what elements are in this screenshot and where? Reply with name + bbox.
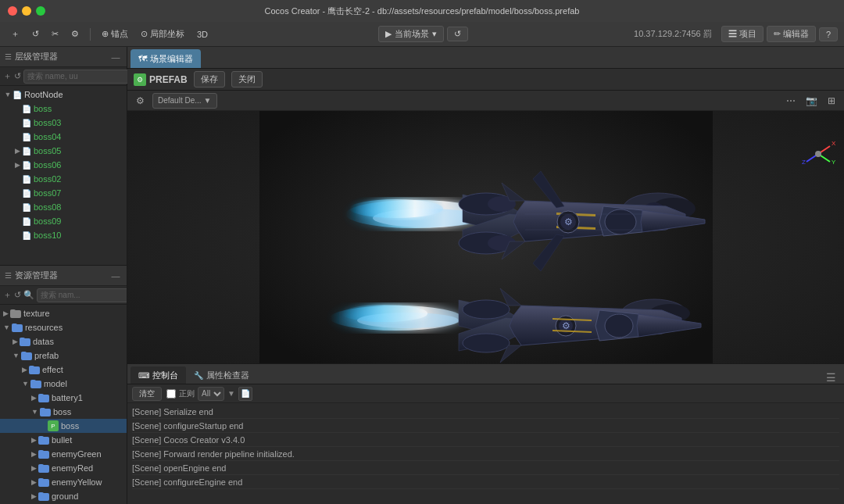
boss-arrow-spacer [13, 104, 22, 113]
project-btn[interactable]: ☰ 项目 [721, 26, 764, 42]
console-clear-btn[interactable]: 清空 [132, 387, 162, 401]
hierarchy-add-icon[interactable]: ＋ [3, 70, 12, 82]
resource-search-icon[interactable]: 🔍 [23, 290, 34, 300]
hierarchy-collapse-btn[interactable]: — [109, 51, 122, 63]
boss06-icon: 📄 [22, 161, 31, 170]
resource-search-input[interactable] [37, 288, 127, 302]
toolbar-refresh-btn[interactable]: ↺ [27, 26, 44, 43]
svg-rect-17 [38, 436, 44, 439]
resource-refresh-icon[interactable]: ↺ [14, 290, 21, 300]
svg-rect-11 [30, 380, 36, 383]
svg-point-49 [605, 209, 636, 234]
prefab-close-btn[interactable]: 关闭 [231, 71, 263, 88]
scene-tab-icon: 🗺 [138, 54, 147, 63]
tree-item-boss06[interactable]: ▶ 📄 boss06 [0, 158, 127, 172]
res-item-enemygreen[interactable]: ▶ enemyGreen [0, 447, 127, 461]
scene-settings-btn[interactable]: ⚙ [132, 93, 148, 109]
res-item-texture-root[interactable]: ▶ texture [0, 306, 127, 320]
resource-collapse-btn[interactable]: — [109, 270, 122, 282]
anchor-btn[interactable]: ⊕ 锚点 [97, 26, 133, 43]
toolbar-cut-btn[interactable]: ✂ [47, 26, 63, 43]
help-btn[interactable]: ? [819, 27, 838, 41]
res-item-bullet[interactable]: ▶ bullet [0, 433, 127, 447]
resource-add-icon[interactable]: ＋ [3, 289, 12, 301]
svg-point-65 [463, 334, 510, 352]
refresh-scene-btn[interactable]: ↺ [447, 27, 468, 41]
res-item-enemyred[interactable]: ▶ enemyRed [0, 461, 127, 475]
console-line-0: [Scene] Serialize end [132, 405, 839, 419]
resource-panel: ☰ 资源管理器 — ＋ ↺ 🔍 ⊞ ↺ ▶ texture [0, 266, 127, 504]
boss08-icon: 📄 [22, 203, 31, 212]
tree-item-boss04[interactable]: 📄 boss04 [0, 130, 127, 144]
hierarchy-header: ☰ 层级管理器 — [0, 47, 127, 67]
hierarchy-search-input[interactable] [23, 70, 131, 84]
rootnode-label: RootNode [24, 90, 63, 99]
toolbar-add-btn[interactable]: ＋ [6, 26, 24, 43]
hierarchy-search-bar: ＋ ↺ ⊞ ↺ [0, 67, 127, 86]
console-regex-checkbox[interactable] [166, 389, 176, 399]
scene-gizmo: X Y Z [799, 134, 838, 173]
editor-btn[interactable]: ✏ 编辑器 [767, 26, 816, 42]
svg-text:⚙: ⚙ [561, 320, 570, 331]
console-filter-expand[interactable]: ▼ [227, 389, 235, 398]
inspector-tab-label: 属性检查器 [206, 370, 249, 381]
boss05-arrow: ▶ [13, 146, 22, 155]
close-traffic-light[interactable] [8, 6, 17, 16]
tree-item-boss07[interactable]: 📄 boss07 [0, 186, 127, 200]
toolbar-settings-btn[interactable]: ⚙ [66, 26, 84, 43]
play-btn[interactable]: ▶ 当前场景 ▾ [378, 26, 444, 42]
boss06-label: boss06 [34, 160, 61, 170]
hierarchy-panel: ☰ 层级管理器 — ＋ ↺ ⊞ ↺ ▼ 📄 RootNode [0, 47, 127, 266]
boss10-icon: 📄 [22, 231, 31, 240]
boss06-arrow: ▶ [13, 160, 22, 170]
tab-scene-editor[interactable]: 🗺 场景编辑器 [131, 49, 201, 68]
folder-icon-enemyyellow [38, 478, 49, 487]
tab-console[interactable]: ⌨ 控制台 [131, 366, 186, 384]
console-file-btn[interactable]: 📄 [238, 387, 252, 401]
tree-item-boss08[interactable]: 📄 boss08 [0, 200, 127, 214]
res-item-enemyyellow[interactable]: ▶ enemyYellow [0, 475, 127, 489]
tab-inspector[interactable]: 🔧 属性检查器 [186, 366, 257, 384]
minimize-traffic-light[interactable] [22, 6, 31, 16]
resource-tree: ▶ texture ▼ resources ▶ [0, 305, 127, 504]
console-tab-label: 控制台 [152, 370, 178, 381]
scene-camera-btn[interactable]: 📷 [803, 93, 819, 109]
local-coord-btn[interactable]: ⊙ 局部坐标 [136, 26, 189, 43]
tree-item-rootnode[interactable]: ▼ 📄 RootNode [0, 88, 127, 102]
res-item-model[interactable]: ▼ model [0, 377, 127, 391]
svg-rect-25 [38, 492, 44, 495]
maximize-traffic-light[interactable] [36, 6, 45, 16]
res-item-battery1[interactable]: ▶ battery1 [0, 391, 127, 405]
prefab-save-btn[interactable]: 保存 [194, 71, 225, 88]
res-item-prefab[interactable]: ▼ prefab [0, 349, 127, 363]
boss03-icon: 📄 [22, 119, 31, 127]
scene-more-btn[interactable]: ⋯ [783, 93, 799, 109]
hierarchy-refresh-icon[interactable]: ↺ [14, 71, 21, 81]
svg-point-61 [342, 305, 427, 322]
res-item-datas[interactable]: ▶ datas [0, 334, 127, 349]
res-item-resources[interactable]: ▼ resources [0, 320, 127, 334]
res-item-ground[interactable]: ▶ ground [0, 489, 127, 503]
res-item-effect[interactable]: ▶ effect [0, 363, 127, 377]
console-level-select[interactable]: All [198, 387, 224, 401]
boss10-label: boss10 [34, 231, 61, 240]
tree-item-boss09[interactable]: 📄 boss09 [0, 214, 127, 228]
tree-item-boss03[interactable]: 📄 boss03 [0, 116, 127, 130]
tree-item-boss05[interactable]: ▶ 📄 boss05 [0, 144, 127, 158]
folder-icon-resources [12, 323, 23, 332]
prefab-bar: ⚙ PREFAB 保存 关闭 [127, 69, 844, 91]
scene-fullscreen-btn[interactable]: ⊞ [824, 93, 839, 109]
svg-point-39 [349, 199, 443, 218]
scene-layout-arrow: ▼ [204, 96, 212, 105]
res-item-boss-folder[interactable]: ▼ boss [0, 405, 127, 419]
res-item-boss-prefab[interactable]: ▶ P boss [0, 419, 127, 433]
tree-item-boss02[interactable]: 📄 boss02 [0, 172, 127, 186]
tree-item-boss10[interactable]: 📄 boss10 [0, 228, 127, 242]
inspector-tab-icon: 🔧 [194, 371, 203, 380]
tree-item-boss[interactable]: 📄 boss [0, 102, 127, 116]
scene-layout-dropdown[interactable]: Default De... ▼ [152, 93, 217, 109]
3d-btn[interactable]: 3D [192, 26, 213, 43]
svg-text:X: X [831, 140, 836, 147]
scene-viewport[interactable]: ⚙ [127, 111, 844, 363]
console-panel-more-icon[interactable]: ☰ [821, 371, 841, 384]
